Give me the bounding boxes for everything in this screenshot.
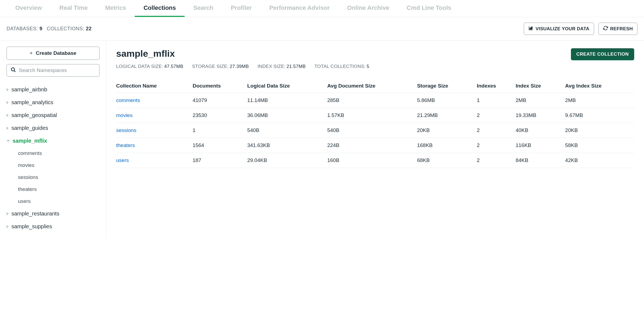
cell-storage_size: 21.29MB — [417, 108, 477, 123]
table-row: sessions1540B540B20KB240KB20KB — [116, 123, 634, 138]
collection-link-comments[interactable]: comments — [116, 93, 192, 108]
db-stat: LOGICAL DATA SIZE:47.57MB — [116, 64, 183, 69]
sidebar: + Create Database sample_airbnbsample_an… — [0, 41, 106, 239]
cell-index_size: 40KB — [516, 123, 565, 138]
visualize-label: VISUALIZE YOUR DATA — [535, 26, 589, 32]
create-database-button[interactable]: + Create Database — [7, 47, 100, 60]
chevron-right-icon — [7, 101, 9, 104]
sidebar-collection-theaters[interactable]: theaters — [7, 183, 100, 195]
stat-value: 21.57MB — [287, 64, 306, 69]
cell-indexes: 2 — [477, 108, 516, 123]
col-header[interactable]: Collection Name — [116, 79, 192, 93]
tab-metrics[interactable]: Metrics — [96, 0, 135, 17]
sidebar-collection-movies[interactable]: movies — [7, 159, 100, 171]
tab-collections[interactable]: Collections — [135, 0, 185, 17]
tab-search[interactable]: Search — [185, 0, 222, 17]
plus-icon: + — [30, 50, 33, 56]
cell-avg_index_size: 9.67MB — [565, 108, 634, 123]
databases-count: 9 — [40, 26, 43, 31]
collection-link-users[interactable]: users — [116, 153, 192, 168]
database-title: sample_mflix — [116, 48, 369, 59]
col-header[interactable]: Storage Size — [417, 79, 477, 93]
database-stats: LOGICAL DATA SIZE:47.57MBSTORAGE SIZE:27… — [116, 64, 369, 69]
cell-indexes: 2 — [477, 123, 516, 138]
refresh-label: REFRESH — [610, 26, 633, 32]
svg-rect-0 — [530, 28, 530, 29]
col-header[interactable]: Index Size — [516, 79, 565, 93]
refresh-button[interactable]: REFRESH — [598, 23, 637, 35]
cell-indexes: 2 — [477, 153, 516, 168]
col-header[interactable]: Avg Index Size — [565, 79, 634, 93]
databases-label: DATABASES: — [7, 26, 38, 31]
database-tree: sample_airbnbsample_analyticssample_geos… — [7, 83, 100, 233]
sidebar-db-sample_guides[interactable]: sample_guides — [7, 122, 100, 134]
sidebar-collection-comments[interactable]: comments — [7, 147, 100, 159]
tab-profiler[interactable]: Profiler — [222, 0, 260, 17]
cell-documents: 1564 — [192, 138, 247, 153]
sidebar-db-sample_mflix[interactable]: sample_mflix — [7, 134, 100, 147]
refresh-icon — [603, 26, 608, 32]
cell-logical_data_size: 29.04KB — [247, 153, 327, 168]
col-header[interactable]: Logical Data Size — [247, 79, 327, 93]
cell-storage_size: 168KB — [417, 138, 477, 153]
header-actions: VISUALIZE YOUR DATA REFRESH — [524, 23, 637, 35]
cell-index_size: 19.33MB — [516, 108, 565, 123]
svg-rect-1 — [531, 27, 531, 29]
search-input[interactable] — [16, 65, 95, 76]
chevron-down-icon — [7, 140, 10, 142]
col-header[interactable]: Indexes — [477, 79, 516, 93]
stat-value: 27.39MB — [230, 64, 249, 69]
sidebar-db-sample_supplies[interactable]: sample_supplies — [7, 220, 100, 233]
tab-online-archive[interactable]: Online Archive — [338, 0, 398, 17]
chevron-right-icon — [7, 127, 9, 130]
sidebar-db-sample_geospatial[interactable]: sample_geospatial — [7, 109, 100, 122]
sidebar-db-sample_airbnb[interactable]: sample_airbnb — [7, 83, 100, 96]
collection-link-sessions[interactable]: sessions — [116, 123, 192, 138]
cell-indexes: 2 — [477, 138, 516, 153]
collections-label: COLLECTIONS: — [47, 26, 84, 31]
cell-index_size: 116KB — [516, 138, 565, 153]
col-header[interactable]: Documents — [192, 79, 247, 93]
cell-storage_size: 68KB — [417, 153, 477, 168]
tab-cmd-line-tools[interactable]: Cmd Line Tools — [398, 0, 460, 17]
create-database-label: Create Database — [36, 50, 76, 56]
svg-line-4 — [14, 71, 16, 72]
svg-rect-2 — [532, 27, 532, 29]
visualize-button[interactable]: VISUALIZE YOUR DATA — [524, 23, 594, 35]
cell-avg_doc_size: 224B — [327, 138, 417, 153]
tab-real-time[interactable]: Real Time — [51, 0, 97, 17]
tab-overview[interactable]: Overview — [7, 0, 51, 17]
cell-documents: 23530 — [192, 108, 247, 123]
main-panel: sample_mflix LOGICAL DATA SIZE:47.57MBST… — [106, 41, 644, 239]
cell-avg_doc_size: 1.57KB — [327, 108, 417, 123]
sidebar-db-label: sample_guides — [11, 125, 48, 131]
col-header[interactable]: Avg Document Size — [327, 79, 417, 93]
stat-label: INDEX SIZE: — [258, 64, 286, 69]
sidebar-db-label: sample_geospatial — [11, 112, 57, 118]
collection-link-theaters[interactable]: theaters — [116, 138, 192, 153]
table-row: theaters1564341.63KB224B168KB2116KB58KB — [116, 138, 634, 153]
cell-logical_data_size: 540B — [247, 123, 327, 138]
sidebar-collection-users[interactable]: users — [7, 195, 100, 207]
sidebar-db-sample_analytics[interactable]: sample_analytics — [7, 96, 100, 109]
sidebar-db-label: sample_supplies — [11, 223, 52, 230]
collection-link-movies[interactable]: movies — [116, 108, 192, 123]
create-collection-button[interactable]: CREATE COLLECTION — [571, 48, 634, 60]
cell-documents: 41079 — [192, 93, 247, 108]
chevron-right-icon — [7, 212, 9, 215]
cell-index_size: 84KB — [516, 153, 565, 168]
tab-performance-advisor[interactable]: Performance Advisor — [260, 0, 338, 17]
sidebar-db-sample_restaurants[interactable]: sample_restaurants — [7, 207, 100, 220]
db-stat: TOTAL COLLECTIONS:5 — [314, 64, 369, 69]
chevron-right-icon — [7, 225, 9, 228]
stat-label: TOTAL COLLECTIONS: — [314, 64, 365, 69]
cell-avg_index_size: 20KB — [565, 123, 634, 138]
chevron-right-icon — [7, 88, 9, 91]
sidebar-collection-sessions[interactable]: sessions — [7, 171, 100, 183]
sidebar-db-label: sample_mflix — [13, 138, 47, 144]
cell-avg_doc_size: 540B — [327, 123, 417, 138]
cell-indexes: 1 — [477, 93, 516, 108]
stat-label: LOGICAL DATA SIZE: — [116, 64, 163, 69]
search-icon — [11, 67, 16, 74]
cell-logical_data_size: 341.63KB — [247, 138, 327, 153]
